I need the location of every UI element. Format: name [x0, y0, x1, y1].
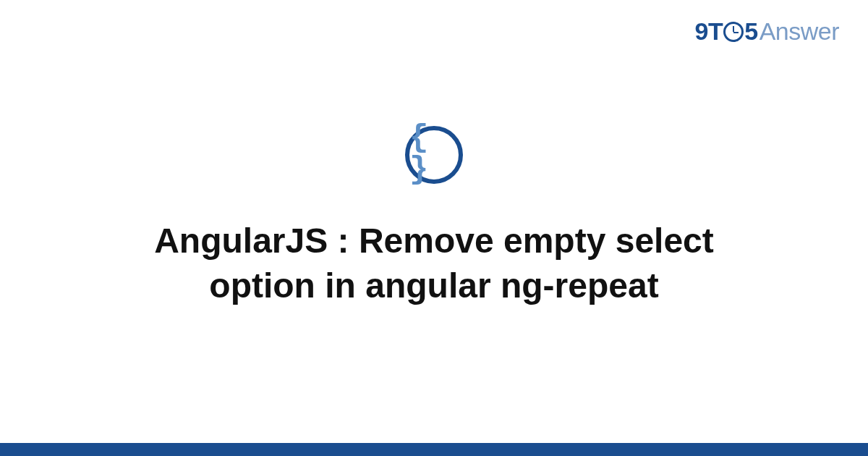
- footer-accent-bar: [0, 443, 868, 456]
- page-title: AngularJS : Remove empty select option i…: [87, 219, 781, 309]
- code-braces-icon: { }: [409, 122, 459, 185]
- category-badge: { }: [405, 126, 463, 184]
- main-content: { } AngularJS : Remove empty select opti…: [0, 0, 868, 456]
